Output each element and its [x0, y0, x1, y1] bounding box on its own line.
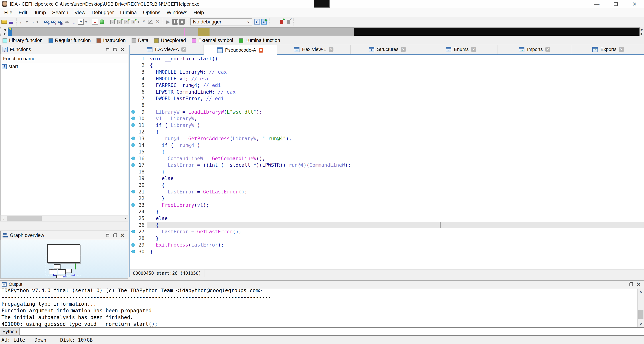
line-number-gutter[interactable]: 7 [130, 95, 147, 102]
menu-debugger[interactable]: Debugger [88, 9, 117, 17]
xref-dropdown-icon[interactable]: ▾ [137, 18, 140, 26]
graph-overview-header[interactable]: Graph overview ✕ [0, 231, 128, 240]
code-line[interactable]: 5 FARPROC _run@4; // edi [130, 82, 644, 89]
line-number-gutter[interactable]: 22 [130, 195, 147, 202]
breakpoint-dot[interactable] [132, 230, 135, 233]
menu-windows[interactable]: Windows [164, 9, 190, 17]
line-number-gutter[interactable]: 19 [130, 175, 147, 182]
code-line[interactable]: 29 ExitProcess(LastError); [130, 242, 644, 248]
line-number-gutter[interactable]: 5 [130, 82, 147, 89]
menu-edit[interactable]: Edit [16, 9, 30, 17]
forward-icon[interactable]: → [29, 18, 36, 26]
edit-function-icon[interactable] [147, 18, 154, 26]
breakpoint-dot[interactable] [132, 143, 135, 147]
search-binary-icon[interactable] [43, 18, 50, 26]
function-row[interactable]: fstart [0, 64, 128, 70]
menu-search[interactable]: Search [49, 9, 72, 17]
output-close-button[interactable]: ✕ [635, 281, 642, 287]
minimize-button[interactable]: — [587, 0, 606, 8]
forward-dropdown-icon[interactable]: ▾ [36, 18, 39, 26]
functions-maximize-button[interactable] [104, 46, 112, 53]
tab-hex-view-1[interactable]: Hex View-1✕ [277, 45, 350, 54]
tab-ida-view-a[interactable]: IDA View-A✕ [130, 45, 203, 54]
add-xref-icon[interactable]: s [130, 18, 137, 26]
code-line[interactable]: 26 { [130, 222, 644, 228]
code-line[interactable]: 27 LastError = GetLastError(); [130, 228, 644, 235]
tab-close-icon[interactable]: ✕ [258, 48, 263, 53]
add-breakpoint-icon[interactable] [278, 18, 285, 26]
line-number-gutter[interactable]: 25 [130, 215, 147, 222]
menu-file[interactable]: File [1, 9, 16, 17]
pause-process-icon[interactable] [172, 18, 178, 26]
start-process-icon[interactable]: ▶ [165, 18, 172, 26]
tab-exports[interactable]: Exports✕ [572, 45, 644, 54]
line-number-gutter[interactable]: 4 [130, 75, 147, 82]
demo-mode-icon[interactable] [92, 18, 98, 26]
jump-address-icon[interactable]: ↓ [70, 18, 78, 26]
back-dropdown-icon[interactable]: ▾ [25, 18, 29, 26]
tab-pseudocode-a[interactable]: Pseudocode-A✕ [204, 45, 277, 55]
external-symbol-segment[interactable] [184, 28, 185, 36]
python-console-label[interactable]: Python [0, 327, 20, 336]
code-line[interactable]: 8 [130, 102, 644, 109]
line-number-gutter[interactable]: 1 [130, 55, 147, 62]
menu-help[interactable]: Help [190, 9, 207, 17]
code-line[interactable]: 9 LibraryW = LoadLibraryW(L"wsc.dll"); [130, 109, 644, 115]
code-line[interactable]: 17 LastError = ((int (__stdcall *)(LPWST… [130, 162, 644, 169]
code-line[interactable]: 11 if ( LibraryW ) [130, 122, 644, 129]
tab-close-icon[interactable]: ✕ [471, 47, 476, 52]
line-number-gutter[interactable]: 14 [130, 142, 147, 149]
scroll-up-icon[interactable]: ∧ [638, 288, 644, 295]
line-number-gutter[interactable]: 13 [130, 135, 147, 142]
code-line[interactable]: 18 } [130, 168, 644, 175]
stop-process-icon[interactable] [178, 18, 185, 26]
breakpoint-dot[interactable] [132, 117, 135, 120]
code-line[interactable]: 4 HMODULE v1; // esi [130, 75, 644, 82]
graph-float-button[interactable] [112, 232, 119, 238]
breakpoint-dot[interactable] [132, 190, 135, 193]
line-number-gutter[interactable]: 24 [130, 208, 147, 215]
menu-lumina[interactable]: Lumina [117, 9, 140, 17]
save-file-icon[interactable] [8, 18, 14, 26]
code-line[interactable]: 25 else [130, 215, 644, 222]
line-number-gutter[interactable]: 17 [130, 162, 147, 169]
add-code-icon[interactable]: C [109, 18, 116, 26]
code-line[interactable]: 20 { [130, 182, 644, 188]
add-data-icon[interactable]: D [116, 18, 123, 26]
functions-list[interactable]: Function name fstart [0, 54, 128, 215]
line-number-gutter[interactable]: 28 [130, 235, 147, 242]
line-number-gutter[interactable]: 16 [130, 155, 147, 162]
line-number-gutter[interactable]: 20 [130, 182, 147, 188]
breakpoint-dot[interactable] [132, 123, 135, 127]
functions-float-button[interactable] [112, 46, 119, 53]
patch-icon[interactable]: * [140, 18, 147, 26]
line-number-gutter[interactable]: 2 [130, 62, 147, 69]
output-float-button[interactable] [628, 281, 635, 287]
navband-right-arrows[interactable]: ▶▶ [640, 27, 644, 36]
search-text-icon[interactable] [50, 18, 57, 26]
breakpoint-list-icon[interactable] [271, 18, 278, 26]
scroll-right-icon[interactable]: › [122, 215, 128, 221]
graph-overview-canvas[interactable] [0, 240, 128, 278]
trailing-black-segment[interactable] [354, 28, 640, 36]
code-line[interactable]: 15 { [130, 148, 644, 155]
code-line[interactable]: 14 if ( _run@4 ) [130, 142, 644, 149]
scrollbar-thumb[interactable] [638, 310, 644, 319]
function-name-column-header[interactable]: Function name [0, 54, 128, 64]
tab-close-icon[interactable]: ✕ [401, 47, 406, 52]
code-line[interactable]: 6 LPWSTR CommandLineW; // eax [130, 89, 644, 95]
tab-close-icon[interactable]: ✕ [329, 47, 334, 52]
code-line[interactable]: 21 LastError = GetLastError(); [130, 188, 644, 195]
menu-jump[interactable]: Jump [30, 9, 49, 17]
line-number-gutter[interactable]: 30 [130, 248, 147, 255]
output-vertical-scrollbar[interactable]: ∧ ∨ [638, 288, 644, 327]
open-file-icon[interactable] [1, 18, 8, 26]
menu-options[interactable]: Options [140, 9, 164, 17]
code-line[interactable]: 13 _run@4 = GetProcAddress(LibraryW, "_r… [130, 135, 644, 142]
unexplored-segment[interactable] [198, 28, 210, 36]
line-number-gutter[interactable]: 6 [130, 89, 147, 95]
tab-structures[interactable]: Structures✕ [351, 45, 424, 54]
code-line[interactable]: 1void __noreturn start() [130, 55, 644, 62]
line-number-gutter[interactable]: 18 [130, 168, 147, 175]
tab-enums[interactable]: Enums✕ [424, 45, 498, 54]
